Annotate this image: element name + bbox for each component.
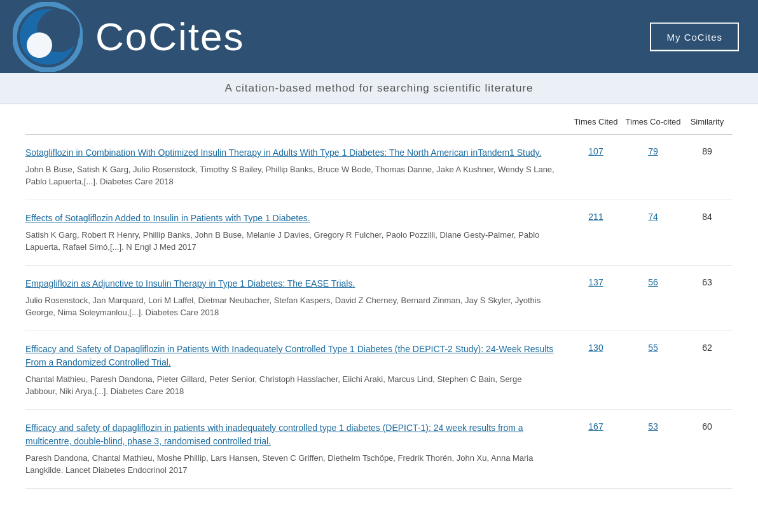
result-title[interactable]: Efficacy and Safety of Dapagliflozin in … bbox=[25, 343, 555, 369]
result-content: Efficacy and Safety of Dapagliflozin in … bbox=[25, 343, 567, 398]
result-content: Effects of Sotagliflozin Added to Insuli… bbox=[25, 212, 567, 254]
result-times-cited[interactable]: 107 bbox=[567, 146, 624, 156]
result-similarity: 89 bbox=[682, 146, 733, 156]
header: CoCites My CoCites bbox=[0, 0, 758, 73]
result-similarity: 62 bbox=[682, 343, 733, 353]
result-times-cocited[interactable]: 55 bbox=[624, 343, 682, 353]
result-times-cocited[interactable]: 53 bbox=[624, 421, 682, 432]
result-times-cited[interactable]: 137 bbox=[567, 277, 624, 287]
table-row: Effects of Sotagliflozin Added to Insuli… bbox=[25, 200, 733, 266]
result-authors: Paresh Dandona, Chantal Mathieu, Moshe P… bbox=[25, 452, 555, 477]
result-content: Sotagliflozin in Combination With Optimi… bbox=[25, 146, 567, 188]
result-authors: Julio Rosenstock, Jan Marquard, Lori M L… bbox=[25, 294, 555, 319]
table-row: Efficacy and safety of dapagliflozin in … bbox=[25, 410, 733, 489]
result-title[interactable]: Sotagliflozin in Combination With Optimi… bbox=[25, 146, 555, 160]
brand-title: CoCites bbox=[95, 14, 245, 59]
result-similarity: 84 bbox=[682, 212, 733, 222]
result-title[interactable]: Efficacy and safety of dapagliflozin in … bbox=[25, 421, 555, 448]
col-header-times-cited: Times Cited bbox=[567, 117, 624, 128]
table-row: Efficacy and Safety of Dapagliflozin in … bbox=[25, 331, 733, 410]
subtitle-text: A citation-based method for searching sc… bbox=[224, 82, 533, 94]
result-times-cocited[interactable]: 79 bbox=[624, 146, 682, 156]
result-times-cocited[interactable]: 56 bbox=[624, 277, 682, 287]
subtitle-bar: A citation-based method for searching sc… bbox=[0, 73, 758, 104]
result-title[interactable]: Empagliflozin as Adjunctive to Insulin T… bbox=[25, 277, 555, 290]
logo bbox=[13, 2, 83, 72]
result-times-cocited[interactable]: 74 bbox=[624, 212, 682, 222]
result-times-cited[interactable]: 130 bbox=[567, 343, 624, 353]
my-cocites-button[interactable]: My CoCites bbox=[650, 22, 739, 51]
table-row: Sotagliflozin in Combination With Optimi… bbox=[25, 135, 733, 200]
result-similarity: 60 bbox=[682, 421, 733, 432]
result-similarity: 63 bbox=[682, 277, 733, 287]
logo-container: CoCites bbox=[13, 2, 245, 72]
col-header-times-cocited: Times Co-cited bbox=[624, 117, 682, 128]
result-authors: Satish K Garg, Robert R Henry, Phillip B… bbox=[25, 229, 555, 254]
result-authors: John B Buse, Satish K Garg, Julio Rosens… bbox=[25, 163, 555, 188]
result-authors: Chantal Mathieu, Paresh Dandona, Pieter … bbox=[25, 373, 555, 398]
col-header-similarity: Similarity bbox=[682, 117, 733, 128]
results-list: Sotagliflozin in Combination With Optimi… bbox=[25, 135, 733, 489]
result-times-cited[interactable]: 211 bbox=[567, 212, 624, 222]
main-content: Times Cited Times Co-cited Similarity So… bbox=[0, 104, 758, 514]
result-content: Efficacy and safety of dapagliflozin in … bbox=[25, 421, 567, 477]
result-content: Empagliflozin as Adjunctive to Insulin T… bbox=[25, 277, 567, 319]
result-times-cited[interactable]: 167 bbox=[567, 421, 624, 432]
result-title[interactable]: Effects of Sotagliflozin Added to Insuli… bbox=[25, 212, 555, 225]
table-row: Empagliflozin as Adjunctive to Insulin T… bbox=[25, 266, 733, 331]
svg-point-3 bbox=[27, 32, 52, 58]
column-headers: Times Cited Times Co-cited Similarity bbox=[25, 104, 733, 135]
